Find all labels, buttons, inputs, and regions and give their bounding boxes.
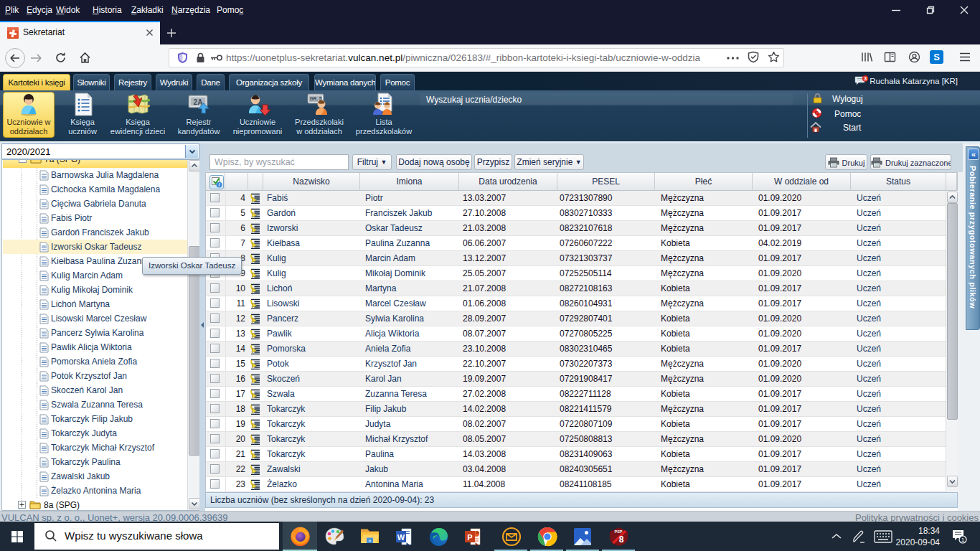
svg-text:1: 1: [961, 537, 964, 543]
svg-text:W: W: [397, 533, 405, 542]
svg-text:8: 8: [619, 534, 624, 545]
svg-text:P: P: [467, 533, 472, 542]
svg-text:i: i: [219, 182, 220, 187]
svg-text:2A: 2A: [194, 98, 203, 106]
svg-text:PSP: PSP: [614, 529, 622, 534]
